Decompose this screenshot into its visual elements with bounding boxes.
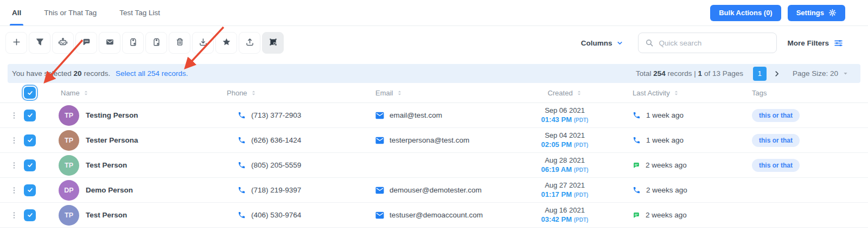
current-page-number: 1 bbox=[698, 69, 703, 78]
contacts-list-page: All This or That Tag Test Tag List Bulk … bbox=[0, 0, 868, 231]
page-1-button[interactable]: 1 bbox=[753, 67, 767, 81]
contact-name[interactable]: Demo Person bbox=[86, 186, 133, 194]
automation-button[interactable] bbox=[52, 32, 74, 54]
email-address[interactable]: testerpersona@test.com bbox=[390, 136, 469, 144]
merge-button[interactable] bbox=[262, 32, 284, 54]
table-header: Name Phone Email Created Last Activity T… bbox=[0, 83, 868, 103]
contact-name[interactable]: Test Person bbox=[86, 161, 127, 169]
delete-button[interactable] bbox=[169, 32, 190, 54]
phone-number[interactable]: (805) 205-5559 bbox=[251, 161, 301, 169]
last-activity-text: 2 weeks ago bbox=[646, 211, 687, 219]
row-menu-icon[interactable] bbox=[9, 208, 20, 223]
settings-button[interactable]: Settings bbox=[788, 5, 845, 21]
row-menu-icon[interactable] bbox=[9, 133, 20, 148]
star-icon bbox=[222, 37, 231, 49]
email-address[interactable]: email@test.com bbox=[390, 111, 442, 119]
select-all-records-link[interactable]: Select all 254 records. bbox=[116, 69, 188, 78]
row-checkbox[interactable] bbox=[24, 184, 36, 196]
tab-all[interactable]: All bbox=[12, 0, 21, 25]
total-records-text: Total 254 records | 1 of 13 Pages bbox=[636, 69, 743, 78]
avatar-initials: TP bbox=[65, 211, 73, 219]
sort-icon[interactable] bbox=[673, 89, 679, 97]
bulk-actions-button[interactable]: Bulk Actions (0) bbox=[710, 5, 781, 21]
column-header-email[interactable]: Email bbox=[361, 89, 524, 97]
select-all-checkbox[interactable] bbox=[24, 87, 36, 99]
row-checkbox[interactable] bbox=[24, 110, 36, 121]
phone-number[interactable]: (713) 377-2903 bbox=[251, 111, 301, 119]
email-button[interactable] bbox=[99, 32, 120, 54]
email-icon bbox=[375, 137, 384, 144]
avatar[interactable]: TP bbox=[59, 155, 79, 176]
phone-number[interactable]: (406) 530-9764 bbox=[251, 211, 301, 219]
contact-name[interactable]: Tester Persona bbox=[86, 136, 138, 144]
column-header-name[interactable]: Name bbox=[48, 89, 227, 97]
row-menu-icon[interactable] bbox=[9, 158, 20, 173]
contact-name[interactable]: Test Person bbox=[86, 211, 127, 219]
tag-pill[interactable]: this or that bbox=[752, 134, 800, 147]
search-icon bbox=[645, 39, 654, 47]
toolbar: Columns More Filters bbox=[0, 26, 868, 60]
last-activity-text: 1 week ago bbox=[646, 136, 684, 144]
toolbar-icon-group bbox=[5, 32, 284, 54]
created-time: 01:17 PM bbox=[541, 190, 572, 198]
created-time: 03:42 PM bbox=[541, 215, 572, 223]
export-button[interactable] bbox=[239, 32, 260, 54]
phone-number[interactable]: (718) 219-9397 bbox=[251, 186, 301, 194]
add-button[interactable] bbox=[5, 32, 27, 54]
column-header-created[interactable]: Created bbox=[524, 89, 605, 97]
tab-this-or-that-tag[interactable]: This or That Tag bbox=[44, 0, 97, 25]
selected-count: 20 bbox=[74, 69, 82, 78]
next-page-icon[interactable] bbox=[772, 70, 782, 78]
column-header-phone[interactable]: Phone bbox=[227, 89, 361, 97]
last-activity-cell: 2 weeks ago bbox=[605, 161, 719, 169]
row-menu-icon[interactable] bbox=[9, 108, 20, 123]
email-address[interactable]: testuser@demoaccount.com bbox=[390, 211, 483, 219]
row-menu-icon[interactable] bbox=[9, 183, 20, 198]
favorite-button[interactable] bbox=[215, 32, 237, 54]
tag-pill[interactable]: this or that bbox=[752, 109, 800, 122]
selection-prefix: You have selected bbox=[12, 69, 72, 78]
row-checkbox[interactable] bbox=[24, 134, 36, 146]
contact-name[interactable]: Testing Person bbox=[86, 111, 138, 119]
tag-pill[interactable]: this or that bbox=[752, 159, 800, 172]
import-button[interactable] bbox=[192, 32, 214, 54]
page-size-dropdown[interactable]: Page Size: 20 bbox=[793, 69, 848, 78]
avatar-initials: TP bbox=[65, 112, 73, 119]
filter-button[interactable] bbox=[29, 32, 50, 54]
tab-test-tag-list[interactable]: Test Tag List bbox=[119, 0, 160, 25]
avatar[interactable]: TP bbox=[59, 130, 79, 151]
remove-tag-button[interactable] bbox=[145, 32, 167, 54]
upload-icon bbox=[245, 37, 254, 49]
columns-button[interactable]: Columns bbox=[573, 33, 631, 53]
created-date: Aug 16 2021 bbox=[524, 206, 605, 215]
table-row: TP Test Person (805) 205-5559 Aug 28 202… bbox=[0, 153, 868, 178]
bulk-actions-label: Bulk Actions (0) bbox=[719, 9, 772, 17]
sort-icon[interactable] bbox=[397, 89, 403, 97]
email-address[interactable]: demouser@demotester.com bbox=[390, 186, 482, 194]
avatar[interactable]: DP bbox=[59, 180, 79, 201]
chat-activity-icon bbox=[633, 162, 640, 169]
download-icon bbox=[199, 37, 208, 49]
more-filters-button[interactable]: More Filters bbox=[784, 33, 846, 53]
created-timezone: (PDT) bbox=[574, 117, 589, 123]
column-header-last-activity[interactable]: Last Activity bbox=[605, 89, 719, 97]
quick-search-input[interactable] bbox=[659, 39, 770, 47]
created-timezone: (PDT) bbox=[574, 192, 589, 198]
phone-number[interactable]: (626) 636-1424 bbox=[251, 136, 301, 144]
avatar[interactable]: TP bbox=[59, 205, 79, 226]
sort-icon[interactable] bbox=[576, 89, 582, 97]
add-icon bbox=[12, 37, 21, 49]
row-checkbox[interactable] bbox=[24, 209, 36, 221]
last-activity-text: 2 weeks ago bbox=[646, 186, 687, 194]
avatar[interactable]: TP bbox=[59, 105, 79, 126]
toolbar-right: Columns More Filters bbox=[573, 33, 846, 53]
sort-icon[interactable] bbox=[251, 89, 257, 97]
created-time: 02:05 PM bbox=[541, 140, 572, 149]
row-checkbox[interactable] bbox=[24, 159, 36, 171]
add-tag-button[interactable] bbox=[122, 32, 144, 54]
sort-icon[interactable] bbox=[83, 89, 89, 97]
envelope-icon bbox=[105, 37, 114, 49]
table-row: TP Tester Persona (626) 636-1424 testerp… bbox=[0, 128, 868, 153]
sms-button[interactable] bbox=[75, 32, 97, 54]
table-row: DP Demo Person (718) 219-9397 demouser@d… bbox=[0, 178, 868, 203]
